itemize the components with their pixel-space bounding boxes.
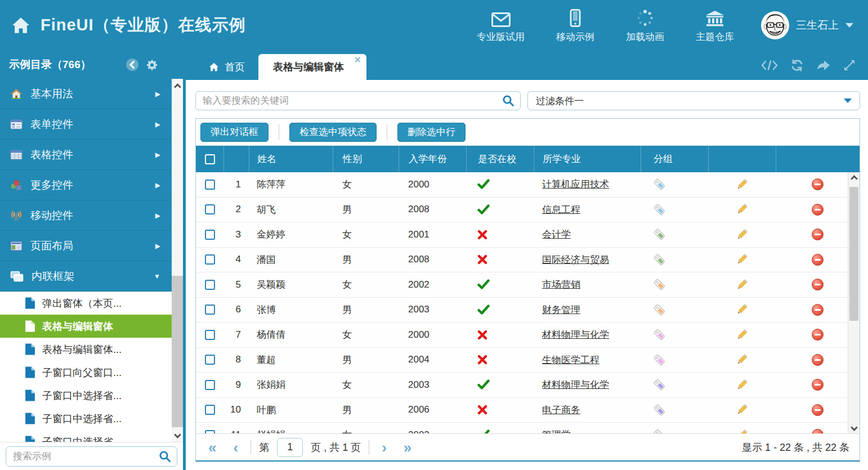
major-link[interactable]: 生物医学工程 bbox=[542, 353, 599, 366]
tag-icon[interactable] bbox=[653, 428, 666, 433]
edit-pencil-icon[interactable] bbox=[735, 303, 749, 316]
delete-icon[interactable] bbox=[812, 204, 824, 216]
keyword-search-input[interactable] bbox=[196, 95, 502, 106]
tag-icon[interactable] bbox=[653, 178, 666, 191]
submenu-item-5[interactable]: 子窗口中选择省... bbox=[0, 407, 183, 430]
sidebar-search-input[interactable] bbox=[6, 451, 159, 462]
view-source-button[interactable] bbox=[761, 60, 778, 71]
prev-page-button[interactable]: ‹ bbox=[229, 440, 243, 455]
edit-pencil-icon[interactable] bbox=[735, 253, 749, 266]
submenu-item-0[interactable]: 弹出窗体（本页... bbox=[0, 292, 183, 315]
scrollbar-thumb[interactable] bbox=[849, 187, 858, 321]
sidebar-item-form[interactable]: 表单控件 ▶ bbox=[0, 109, 186, 140]
major-link[interactable]: 信息工程 bbox=[542, 203, 580, 216]
gear-icon[interactable] bbox=[146, 59, 159, 71]
last-page-button[interactable]: » bbox=[399, 440, 416, 455]
fullscreen-button[interactable] bbox=[843, 59, 856, 71]
row-checkbox[interactable] bbox=[205, 330, 215, 340]
edit-pencil-icon[interactable] bbox=[735, 378, 749, 392]
tag-icon[interactable] bbox=[653, 353, 666, 366]
delete-icon[interactable] bbox=[812, 178, 824, 190]
select-all-checkbox[interactable] bbox=[205, 154, 215, 164]
delete-icon[interactable] bbox=[812, 329, 824, 341]
row-checkbox[interactable] bbox=[205, 380, 215, 390]
submenu-item-4[interactable]: 子窗口中选择省... bbox=[0, 384, 183, 407]
major-link[interactable]: 会计学 bbox=[542, 228, 571, 241]
next-page-button[interactable]: › bbox=[377, 440, 391, 455]
tab-home[interactable]: 首页 bbox=[195, 54, 258, 80]
first-page-button[interactable]: « bbox=[204, 440, 221, 455]
scrollbar-thumb[interactable] bbox=[172, 79, 183, 276]
row-checkbox[interactable] bbox=[205, 280, 215, 290]
sidebar-item-more[interactable]: 更多控件 ▶ bbox=[0, 170, 186, 200]
row-checkbox[interactable] bbox=[205, 305, 215, 315]
delete-icon[interactable] bbox=[812, 304, 824, 316]
row-checkbox[interactable] bbox=[205, 180, 215, 190]
sidebar-item-iframe[interactable]: 内联框架 ▼ bbox=[0, 261, 186, 292]
submenu-item-1[interactable]: 表格与编辑窗体 bbox=[0, 315, 183, 338]
tag-icon[interactable] bbox=[653, 278, 666, 291]
tag-icon[interactable] bbox=[653, 404, 666, 417]
edit-pencil-icon[interactable] bbox=[735, 403, 749, 417]
header-action-trial[interactable]: 专业版试用 bbox=[477, 8, 525, 43]
delete-icon[interactable] bbox=[812, 429, 824, 433]
sidebar-item-layout[interactable]: 页面布局 ▶ bbox=[0, 231, 186, 261]
search-icon[interactable] bbox=[159, 450, 177, 463]
open-new-window-button[interactable] bbox=[816, 59, 831, 71]
table-scrollbar[interactable] bbox=[848, 172, 860, 433]
submenu-item-2[interactable]: 表格与编辑窗体... bbox=[0, 338, 183, 361]
major-link[interactable]: 财务管理 bbox=[542, 303, 580, 316]
edit-pencil-icon[interactable] bbox=[735, 278, 749, 292]
delete-icon[interactable] bbox=[812, 254, 824, 266]
check-selected-button[interactable]: 检查选中项状态 bbox=[289, 123, 377, 142]
edit-pencil-icon[interactable] bbox=[735, 228, 749, 241]
collapse-sidebar-button[interactable] bbox=[126, 58, 139, 71]
user-menu[interactable]: 三生石上 bbox=[761, 11, 868, 39]
sidebar-item-grid[interactable]: 表格控件 ▶ bbox=[0, 140, 186, 170]
delete-icon[interactable] bbox=[812, 229, 824, 240]
delete-icon[interactable] bbox=[812, 404, 824, 416]
open-dialog-button[interactable]: 弹出对话框 bbox=[200, 123, 269, 142]
row-checkbox[interactable] bbox=[205, 204, 215, 214]
major-link[interactable]: 材料物理与化学 bbox=[542, 378, 609, 391]
delete-icon[interactable] bbox=[812, 279, 824, 290]
tag-icon[interactable] bbox=[653, 328, 666, 341]
major-link[interactable]: 管理学 bbox=[542, 428, 571, 433]
delete-selected-button[interactable]: 删除选中行 bbox=[397, 123, 466, 142]
tag-icon[interactable] bbox=[653, 203, 666, 216]
submenu-item-6[interactable]: 子窗口中选择省 bbox=[0, 430, 183, 442]
delete-icon[interactable] bbox=[812, 354, 824, 366]
row-checkbox[interactable] bbox=[205, 230, 215, 240]
page-number-input[interactable] bbox=[277, 438, 303, 457]
row-checkbox[interactable] bbox=[205, 355, 215, 365]
edit-pencil-icon[interactable] bbox=[735, 203, 749, 216]
major-link[interactable]: 国际经济与贸易 bbox=[542, 253, 609, 266]
edit-pencil-icon[interactable] bbox=[735, 428, 749, 433]
row-checkbox[interactable] bbox=[205, 405, 215, 415]
close-icon[interactable]: ✕ bbox=[354, 56, 361, 65]
search-icon[interactable] bbox=[502, 95, 520, 107]
delete-icon[interactable] bbox=[812, 379, 824, 391]
row-checkbox[interactable] bbox=[205, 430, 215, 433]
tab-grid-window[interactable]: 表格与编辑窗体 ✕ bbox=[258, 54, 366, 80]
header-action-theme[interactable]: 主题仓库 bbox=[696, 8, 734, 43]
sidebar-item-basic[interactable]: 基本用法 ▶ bbox=[0, 79, 186, 109]
header-action-loading[interactable]: 加载动画 bbox=[626, 8, 664, 43]
tag-icon[interactable] bbox=[653, 378, 666, 391]
edit-pencil-icon[interactable] bbox=[735, 328, 749, 342]
column-header[interactable] bbox=[196, 146, 223, 172]
refresh-button[interactable] bbox=[790, 59, 804, 71]
sidebar-scrollbar[interactable] bbox=[172, 79, 183, 442]
header-action-mobile[interactable]: 移动示例 bbox=[556, 8, 594, 43]
major-link[interactable]: 材料物理与化学 bbox=[542, 328, 609, 341]
filter-dropdown[interactable]: 过滤条件一 bbox=[527, 91, 860, 110]
major-link[interactable]: 计算机应用技术 bbox=[542, 178, 609, 191]
major-link[interactable]: 市场营销 bbox=[542, 278, 580, 291]
major-link[interactable]: 电子商务 bbox=[542, 404, 580, 417]
edit-pencil-icon[interactable] bbox=[735, 353, 749, 366]
tag-icon[interactable] bbox=[653, 228, 666, 241]
submenu-item-3[interactable]: 子窗口向父窗口... bbox=[0, 361, 183, 384]
edit-pencil-icon[interactable] bbox=[735, 178, 749, 191]
tag-icon[interactable] bbox=[653, 253, 666, 266]
tag-icon[interactable] bbox=[653, 303, 666, 316]
